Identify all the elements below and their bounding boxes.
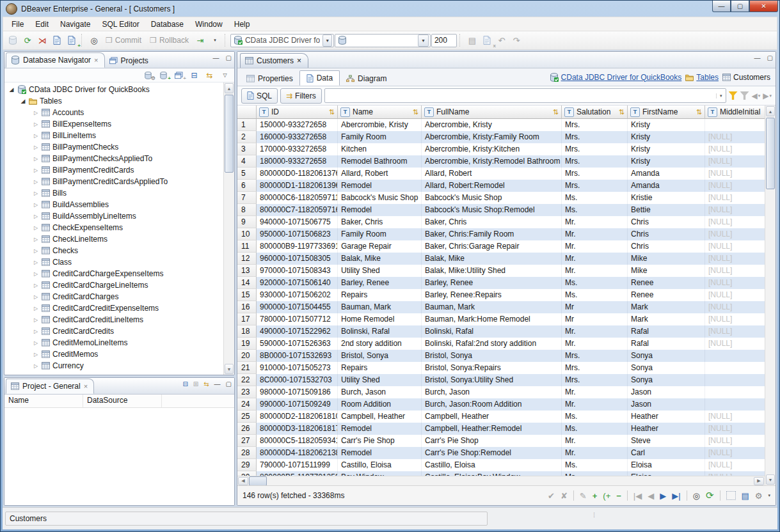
cell-id[interactable]: 800000B9-1197733691 bbox=[257, 240, 338, 253]
table-row[interactable]: 23 980000-1071509186 Burch, Jason Burch,… bbox=[237, 386, 765, 398]
tree-node-table[interactable]: ▷ CheckExpenseItems bbox=[4, 222, 223, 233]
breadcrumb-connection-link[interactable]: CData JDBC Driver for QuickBooks bbox=[550, 73, 682, 82]
table-row[interactable]: 17 780000-1071507712 Home Remodel Bauman… bbox=[237, 313, 765, 325]
cell-fullname[interactable]: Campbell, Heather bbox=[422, 411, 562, 423]
cell-fullname[interactable]: Bristol, Sonya bbox=[422, 350, 562, 362]
edit-cell-icon[interactable]: ✎ bbox=[580, 491, 587, 501]
next-page-icon[interactable]: ▶ bbox=[660, 491, 666, 501]
expander-icon[interactable]: ▷ bbox=[33, 317, 39, 323]
column-header[interactable]: T FullName ⇅ bbox=[422, 106, 562, 119]
table-row[interactable]: 10 950000-1071506823 Family Room Baker, … bbox=[237, 228, 765, 240]
expander-icon[interactable]: ▷ bbox=[33, 283, 39, 288]
cell-id[interactable]: 800000D1-1182061396 bbox=[257, 180, 338, 192]
table-row[interactable]: 27 800000C5-1182059341 Carr's Pie Shop C… bbox=[237, 435, 765, 447]
cell-firstname[interactable]: Bettie bbox=[628, 204, 705, 216]
cell-firstname[interactable]: Eloisa bbox=[628, 471, 705, 476]
cell-firstname[interactable]: Heather bbox=[628, 411, 705, 423]
scroll-up-icon[interactable]: ▲ bbox=[766, 106, 775, 116]
cell-salutation[interactable]: Mr bbox=[562, 301, 628, 313]
expander-icon[interactable]: ◢ bbox=[8, 86, 15, 93]
cell-salutation[interactable]: Mrs. bbox=[562, 374, 628, 386]
sort-icon[interactable]: ⇅ bbox=[696, 108, 702, 116]
cell-name[interactable]: Baker, Chris bbox=[338, 216, 422, 228]
cell-fullname[interactable]: Bolinski, Rafal:2nd story addition bbox=[422, 338, 562, 350]
row-number-cell[interactable]: 20 bbox=[237, 350, 257, 362]
tree-node-table[interactable]: ▷ BillPaymentCreditCards bbox=[4, 164, 223, 176]
cell-name[interactable]: Bristol, Sonya bbox=[338, 350, 422, 362]
cell-salutation[interactable]: Mr. bbox=[562, 216, 628, 228]
cell-id[interactable]: 800000C6-1182059711 bbox=[257, 192, 338, 204]
table-row[interactable]: 22 8C0000-1071532703 Utility Shed Bristo… bbox=[237, 374, 765, 386]
row-number-cell[interactable]: 11 bbox=[237, 240, 257, 253]
cell-salutation[interactable]: Mr. bbox=[562, 398, 628, 411]
cell-fullname[interactable]: Barley, Renee bbox=[422, 277, 562, 289]
row-number-cell[interactable]: 2 bbox=[237, 131, 257, 143]
cell-id[interactable]: 150000-933272658 bbox=[257, 119, 338, 131]
scroll-left-icon[interactable]: ◀ bbox=[238, 477, 248, 485]
table-row[interactable]: 13 970000-1071508343 Utility Shed Balak,… bbox=[237, 265, 765, 277]
cell-name[interactable]: Family Room bbox=[338, 228, 422, 240]
find-icon[interactable]: ◎ bbox=[693, 491, 700, 501]
cell-middleinitial[interactable]: [NULL] bbox=[705, 338, 765, 350]
scroll-down-icon[interactable]: ▼ bbox=[766, 474, 775, 485]
tree-node-table[interactable]: ▷ CreditCardChargeLineItems bbox=[4, 279, 223, 291]
last-page-icon[interactable]: ▶| bbox=[672, 491, 680, 501]
cell-salutation[interactable]: Ms. bbox=[562, 192, 628, 204]
table-row[interactable]: 7 800000C6-1182059711 Babcock's Music Sh… bbox=[237, 192, 765, 204]
cell-middleinitial[interactable]: [NULL] bbox=[705, 289, 765, 301]
cell-name[interactable]: Remodel bbox=[338, 180, 422, 192]
tree-node-table[interactable]: ▷ BuildAssemblyLineItems bbox=[4, 210, 223, 222]
cell-id[interactable]: 980000-1071509186 bbox=[257, 386, 338, 398]
row-number-cell[interactable]: 30 bbox=[237, 471, 257, 476]
menu-item[interactable]: Database bbox=[145, 19, 189, 30]
tree-node-table[interactable]: ▷ Checks bbox=[4, 245, 223, 256]
tree-node-table[interactable]: ▷ Bills bbox=[4, 187, 223, 199]
table-row[interactable]: 24 990000-1071509249 Room Addition Burch… bbox=[237, 398, 765, 411]
column-header[interactable]: T Name ⇅ bbox=[338, 106, 422, 119]
cell-fullname[interactable]: Bristol, Sonya:Utility Shed bbox=[422, 374, 562, 386]
panel-maximize-icon[interactable]: ▢ bbox=[226, 380, 232, 387]
cell-salutation[interactable]: Mrs. bbox=[562, 131, 628, 143]
cell-salutation[interactable]: Ms. bbox=[562, 277, 628, 289]
table-row[interactable]: 29 790000-1071511999 Castillo, Eloisa Ca… bbox=[237, 459, 765, 471]
refresh-connection-icon[interactable]: ⟳ bbox=[20, 33, 35, 47]
row-number-cell[interactable]: 19 bbox=[237, 338, 257, 350]
commit-button[interactable]: ❒Commit bbox=[102, 33, 145, 47]
cell-middleinitial[interactable]: [NULL] bbox=[705, 423, 765, 435]
cell-firstname[interactable]: Amanda bbox=[628, 168, 705, 180]
cell-middleinitial[interactable] bbox=[705, 386, 765, 398]
table-row[interactable]: 20 8B0000-1071532693 Bristol, Sonya Bris… bbox=[237, 350, 765, 362]
redo-icon[interactable]: ↷ bbox=[509, 33, 523, 47]
scrollbar-thumb[interactable] bbox=[249, 476, 267, 486]
menu-item[interactable]: Edit bbox=[29, 19, 54, 30]
cell-id[interactable]: 8B0000-1071532693 bbox=[257, 350, 338, 362]
menu-item[interactable]: Navigate bbox=[54, 19, 96, 30]
restore-button[interactable]: ▢ bbox=[731, 1, 749, 12]
history-forward[interactable]: ▶▾ bbox=[763, 91, 772, 100]
cell-middleinitial[interactable] bbox=[705, 350, 765, 362]
history-back[interactable]: ◀▾ bbox=[752, 91, 761, 100]
cell-firstname[interactable]: Mark bbox=[628, 313, 705, 325]
cell-firstname[interactable]: Mike bbox=[628, 265, 705, 277]
cell-name[interactable]: Garage Repair bbox=[338, 240, 422, 253]
expander-icon[interactable]: ▷ bbox=[33, 121, 39, 127]
row-number-cell[interactable]: 4 bbox=[237, 155, 257, 168]
fetch-size-input[interactable]: 200 bbox=[431, 34, 457, 47]
settings-caret-icon[interactable]: ▾ bbox=[768, 493, 770, 498]
cell-firstname[interactable]: Kristy bbox=[628, 143, 705, 155]
row-number-cell[interactable]: 5 bbox=[237, 168, 257, 180]
tree-node-tables-folder[interactable]: ◢ Tables bbox=[4, 95, 223, 107]
cell-salutation[interactable]: Mrs. bbox=[562, 155, 628, 168]
grid-vertical-scrollbar[interactable]: ▲ ▼ bbox=[765, 106, 776, 485]
cell-fullname[interactable]: Abercrombie, Kristy:Kitchen bbox=[422, 143, 562, 155]
scrollbar-thumb[interactable] bbox=[225, 95, 234, 173]
cell-middleinitial[interactable]: [NULL] bbox=[705, 240, 765, 253]
cell-firstname[interactable]: Sonya bbox=[628, 374, 705, 386]
table-row[interactable]: 1 150000-933272658 Abercrombie, Kristy A… bbox=[237, 119, 765, 131]
row-number-cell[interactable]: 13 bbox=[237, 265, 257, 277]
expander-icon[interactable]: ▷ bbox=[33, 248, 39, 254]
table-row[interactable]: 8 800000C7-1182059716 Remodel Babcock's … bbox=[237, 204, 765, 216]
cell-middleinitial[interactable] bbox=[705, 374, 765, 386]
expander-icon[interactable]: ▷ bbox=[33, 271, 39, 277]
cell-firstname[interactable]: Sonya bbox=[628, 362, 705, 374]
